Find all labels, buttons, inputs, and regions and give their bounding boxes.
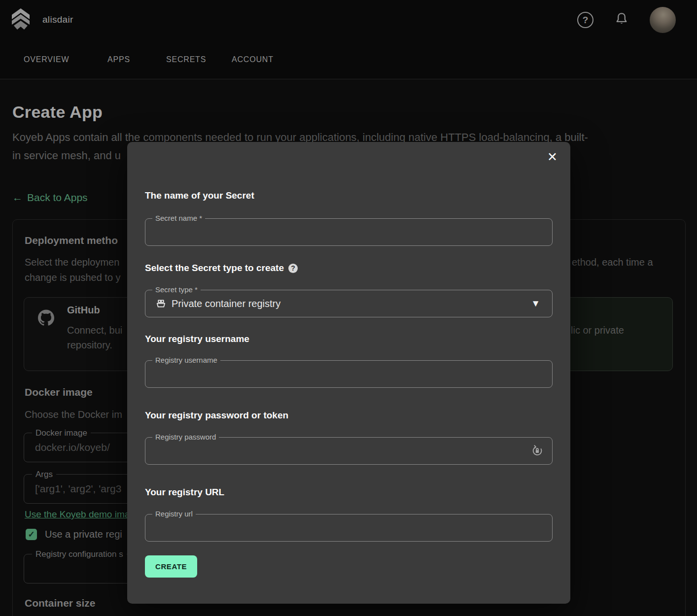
container-size-heading: Container size	[25, 597, 96, 609]
github-card-description2: repository.	[67, 340, 112, 351]
registry-url-heading: Your registry URL	[145, 487, 224, 498]
container-registry-icon	[155, 298, 167, 309]
docker-image-description: Choose the Docker im	[25, 409, 122, 420]
top-navbar: alisdair ? OVERVIEW APPS SECRETS ACCOUNT	[0, 0, 697, 79]
docker-image-field-label: Docker image	[32, 428, 91, 438]
secret-name-field: Secret name *	[145, 218, 553, 246]
secret-name-input[interactable]	[145, 219, 552, 245]
registry-config-field-label: Registry configuration s	[32, 549, 127, 559]
github-card-title: GitHub	[67, 305, 100, 316]
close-icon[interactable]: ✕	[547, 151, 558, 163]
deployment-description-left1: Select the deploymen	[25, 257, 119, 268]
create-secret-modal: ✕ The name of your Secret Secret name * …	[127, 142, 570, 604]
page-title: Create App	[12, 103, 103, 122]
page-description-line2: in service mesh, and u	[12, 149, 121, 162]
tab-overview[interactable]: OVERVIEW	[24, 55, 69, 64]
user-avatar[interactable]	[650, 7, 676, 33]
docker-card-description: lic or private	[571, 325, 624, 336]
registry-url-field: Registry url	[145, 514, 553, 542]
registry-password-field: Registry password	[145, 437, 553, 465]
org-name: alisdair	[42, 14, 73, 25]
deployment-description-left2: change is pushed to y	[25, 272, 121, 283]
secret-type-field-label: Secret type *	[152, 285, 201, 294]
registry-password-input[interactable]	[145, 438, 552, 464]
help-icon[interactable]: ?	[577, 12, 593, 28]
secret-type-select[interactable]: Secret type * Private container registry…	[145, 290, 553, 317]
registry-password-heading: Your registry password or token	[145, 410, 288, 421]
registry-username-heading: Your registry username	[145, 334, 249, 344]
secret-type-value: Private container registry	[172, 298, 280, 309]
tab-secrets[interactable]: SECRETS	[166, 55, 206, 64]
args-field-label: Args	[32, 470, 56, 479]
deployment-method-heading: Deployment metho	[25, 235, 118, 246]
password-lock-refresh-icon[interactable]	[530, 444, 544, 458]
create-button[interactable]: CREATE	[145, 555, 197, 578]
back-arrow-icon: ←	[12, 192, 23, 204]
tab-account[interactable]: ACCOUNT	[232, 55, 274, 64]
private-registry-label: Use a private regi	[45, 529, 122, 540]
deployment-description-right1: ethod, each time a	[572, 257, 653, 268]
notifications-bell-icon[interactable]	[614, 11, 629, 29]
koyeb-logo-icon	[12, 8, 30, 31]
app-screen: alisdair ? OVERVIEW APPS SECRETS ACCOUNT…	[0, 0, 697, 616]
secret-type-heading-text: Select the Secret type to create	[145, 263, 284, 274]
secret-type-heading: Select the Secret type to create ?	[145, 263, 298, 274]
github-card-description1: Connect, bui	[67, 325, 122, 336]
registry-username-field-label: Registry username	[152, 356, 220, 364]
private-registry-row: ✓ Use a private regi	[26, 529, 122, 540]
registry-username-field: Registry username	[145, 360, 553, 388]
registry-username-input[interactable]	[145, 361, 552, 387]
tab-apps[interactable]: APPS	[107, 55, 130, 64]
back-to-apps-link[interactable]: ← Back to Apps	[12, 192, 88, 204]
private-registry-checkbox[interactable]: ✓	[26, 529, 37, 540]
registry-password-field-label: Registry password	[152, 433, 219, 441]
registry-url-input[interactable]	[145, 514, 552, 541]
registry-url-field-label: Registry url	[152, 510, 196, 518]
secret-name-heading: The name of your Secret	[145, 190, 254, 201]
github-icon	[38, 309, 54, 326]
koyeb-demo-image-link[interactable]: Use the Koyeb demo imag	[25, 509, 135, 520]
secret-name-field-label: Secret name *	[152, 214, 205, 222]
docker-image-heading: Docker image	[25, 386, 93, 398]
question-help-icon[interactable]: ?	[288, 264, 298, 273]
checkmark-icon: ✓	[28, 530, 35, 539]
back-link-label: Back to Apps	[27, 192, 88, 204]
